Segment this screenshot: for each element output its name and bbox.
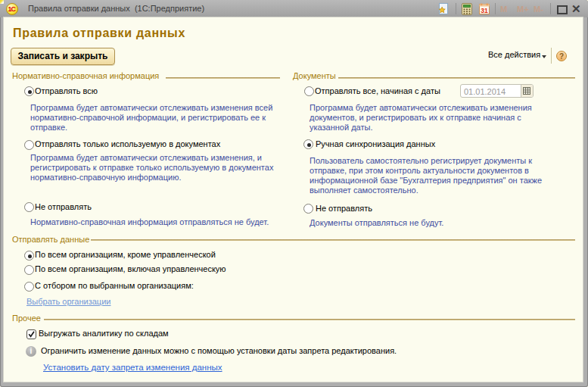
- svg-text:31: 31: [481, 7, 488, 14]
